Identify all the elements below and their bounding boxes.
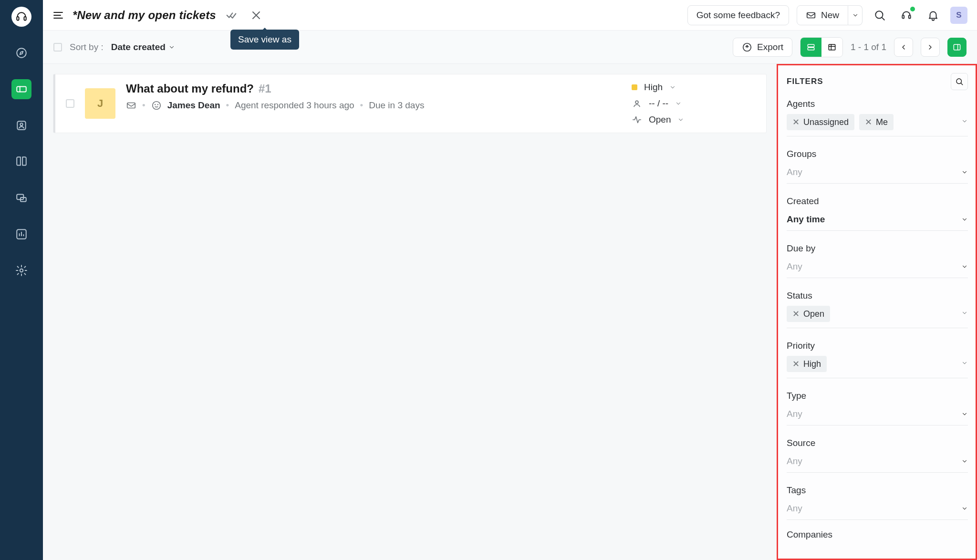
filter-created-select[interactable]: Any time — [787, 211, 968, 231]
chip-remove[interactable]: ✕ — [792, 359, 800, 369]
filter-status-select[interactable]: ✕Open — [787, 306, 968, 328]
view-toggle — [800, 37, 843, 57]
svg-rect-18 — [829, 44, 835, 50]
filter-groups-select[interactable]: Any — [787, 164, 968, 184]
headset-icon — [15, 10, 28, 23]
chevron-down-icon — [677, 116, 684, 123]
svg-point-6 — [20, 123, 22, 125]
svg-rect-4 — [17, 87, 26, 92]
book-icon — [15, 156, 28, 168]
sidebar-item-settings[interactable] — [11, 260, 31, 280]
view-title[interactable]: *New and my open tickets — [73, 9, 216, 22]
sidebar-item-social[interactable] — [11, 188, 31, 208]
sidebar-item-knowledge[interactable] — [11, 152, 31, 172]
filter-created: Created Any time — [787, 196, 968, 231]
export-button[interactable]: Export — [733, 38, 792, 57]
svg-point-21 — [152, 102, 160, 110]
sort-dropdown[interactable]: Date created — [111, 42, 175, 52]
filter-type-label: Type — [787, 391, 968, 401]
pager-text: 1 - 1 of 1 — [851, 42, 886, 52]
brand-logo[interactable] — [11, 7, 31, 27]
close-icon — [249, 9, 263, 22]
filter-dueby-select[interactable]: Any — [787, 259, 968, 278]
export-label: Export — [757, 42, 783, 52]
table-view-button[interactable] — [821, 38, 842, 57]
hamburger-icon — [52, 10, 64, 21]
prev-page-button[interactable] — [894, 38, 913, 57]
chip-remove[interactable]: ✕ — [792, 117, 800, 127]
filter-dueby-label: Due by — [787, 243, 968, 254]
requester-avatar-initial: J — [97, 97, 103, 110]
filter-source-select[interactable]: Any — [787, 453, 968, 473]
ticket-priority-value: High — [644, 82, 663, 93]
filter-tags-select[interactable]: Any — [787, 500, 968, 520]
chevron-down-icon — [168, 44, 175, 51]
filters-search-button[interactable] — [951, 73, 968, 90]
sidebar-item-reports[interactable] — [11, 224, 31, 244]
filter-dueby: Due by Any — [787, 243, 968, 278]
ticket-card[interactable]: J What about my refund? #1 • James Dean … — [53, 74, 766, 133]
chevron-left-icon — [900, 43, 907, 51]
sidebar-item-dashboard[interactable] — [11, 43, 31, 63]
ticket-meta-row: • James Dean • Agent responded 3 hours a… — [126, 100, 621, 111]
new-dropdown-toggle[interactable] — [848, 5, 863, 25]
search-icon — [873, 9, 886, 21]
notifications-button[interactable] — [924, 6, 943, 25]
avatar-initial: S — [956, 10, 961, 20]
next-page-button[interactable] — [921, 38, 940, 57]
save-view-button[interactable] — [225, 9, 238, 22]
gear-icon — [15, 264, 28, 277]
requester-name[interactable]: James Dean — [167, 100, 220, 111]
filter-status: Status ✕Open — [787, 290, 968, 328]
chevron-down-icon — [961, 118, 968, 124]
profile-avatar[interactable]: S — [950, 7, 967, 24]
filter-agents: Agents ✕Unassigned ✕Me — [787, 99, 968, 136]
select-all-checkbox[interactable] — [53, 43, 62, 52]
chevron-down-icon — [961, 310, 968, 316]
mail-icon — [126, 100, 136, 111]
new-split-button: New — [797, 5, 863, 25]
filter-agents-select[interactable]: ✕Unassigned ✕Me — [787, 114, 968, 136]
toolbar-row: Sort by : Date created Export 1 - 1 of 1 — [43, 31, 977, 64]
sidebar-item-contacts[interactable] — [11, 115, 31, 135]
ticket-due: Due in 3 days — [369, 100, 424, 111]
svg-rect-20 — [127, 103, 135, 108]
toggle-filters-button[interactable] — [947, 38, 967, 57]
ticket-status-dropdown[interactable]: Open — [632, 114, 756, 125]
filter-type-select[interactable]: Any — [787, 406, 968, 425]
svg-point-12 — [875, 11, 883, 18]
priority-color-icon — [632, 84, 637, 90]
svg-rect-0 — [17, 17, 19, 21]
sidebar-item-tickets[interactable] — [11, 79, 31, 99]
chevron-down-icon — [852, 12, 859, 19]
ticket-priority-dropdown[interactable]: High — [632, 82, 756, 93]
top-bar-right: Got some feedback? New S — [687, 5, 967, 25]
close-view-button[interactable] — [249, 9, 263, 22]
card-view-button[interactable] — [800, 38, 821, 57]
filter-tags-label: Tags — [787, 485, 968, 496]
filter-priority-select[interactable]: ✕High — [787, 356, 968, 378]
save-check-icon — [225, 9, 238, 22]
filter-tags: Tags Any — [787, 485, 968, 520]
view-name-group: *New and my open tickets — [52, 9, 263, 22]
filter-priority: Priority ✕High — [787, 341, 968, 378]
ticket-title-row[interactable]: What about my refund? #1 — [126, 82, 621, 95]
chat-icon — [15, 192, 28, 204]
menu-icon[interactable] — [52, 10, 64, 21]
face-icon — [151, 100, 162, 111]
chip-remove[interactable]: ✕ — [865, 117, 872, 127]
search-button[interactable] — [870, 6, 889, 25]
ticket-select-checkbox[interactable] — [66, 99, 74, 108]
compass-icon — [15, 47, 28, 59]
feedback-button[interactable]: Got some feedback? — [687, 5, 789, 25]
svg-point-10 — [20, 269, 23, 272]
chip-remove[interactable]: ✕ — [792, 309, 800, 319]
feedback-label: Got some feedback? — [696, 10, 780, 21]
svg-rect-19 — [954, 44, 960, 50]
filter-created-label: Created — [787, 196, 968, 207]
app-root: *New and my open tickets Save view as Go… — [0, 0, 977, 560]
ticket-agent-dropdown[interactable]: -- / -- — [632, 98, 756, 109]
new-button[interactable]: New — [797, 5, 848, 25]
availability-button[interactable] — [897, 6, 916, 25]
chevron-right-icon — [926, 43, 934, 51]
